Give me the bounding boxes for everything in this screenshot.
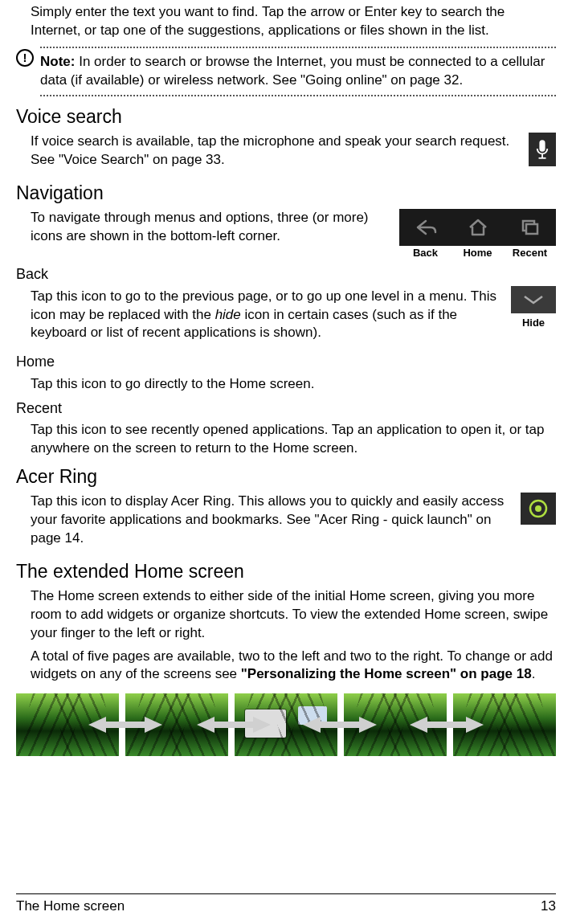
home-screen-thumb bbox=[125, 693, 228, 756]
home-label: Home bbox=[451, 246, 504, 260]
home-text: Tap this icon to go directly to the Home… bbox=[31, 375, 556, 394]
back-icon bbox=[399, 209, 451, 246]
recent-heading: Recent bbox=[16, 399, 556, 418]
recent-icon bbox=[504, 209, 556, 246]
back-label: Back bbox=[399, 246, 451, 260]
note-label: Note: bbox=[40, 54, 75, 69]
nav-bar-figure: Back Home Recent bbox=[399, 209, 556, 260]
recent-label: Recent bbox=[504, 246, 556, 260]
acer-ring-icon bbox=[521, 493, 556, 525]
footer-title: The Home screen bbox=[16, 897, 125, 916]
hide-icon bbox=[511, 286, 556, 313]
acer-ring-text: Tap this icon to display Acer Ring. This… bbox=[31, 493, 512, 548]
hide-figure: Hide bbox=[511, 286, 556, 330]
alert-icon: ! bbox=[16, 49, 34, 67]
navigation-heading: Navigation bbox=[16, 181, 556, 206]
home-screen-thumb bbox=[344, 693, 447, 756]
extended-p1: The Home screen extends to either side o… bbox=[31, 587, 556, 643]
voice-search-heading: Voice search bbox=[16, 104, 556, 129]
voice-search-text: If voice search is available, tap the mi… bbox=[31, 133, 556, 170]
navigation-intro: To navigate through menus and options, t… bbox=[31, 209, 387, 246]
home-screen-thumb-center bbox=[235, 693, 337, 756]
footer-page: 13 bbox=[541, 897, 556, 916]
home-screen-thumb bbox=[453, 693, 556, 756]
extended-heading: The extended Home screen bbox=[16, 559, 556, 584]
svg-point-6 bbox=[535, 505, 541, 512]
acer-ring-heading: Acer Ring bbox=[16, 464, 556, 489]
svg-rect-0 bbox=[539, 140, 545, 151]
page-footer: The Home screen 13 bbox=[16, 893, 556, 916]
recent-text: Tap this icon to see recently opened app… bbox=[31, 421, 556, 458]
note-content: Note: In order to search or browse the I… bbox=[40, 47, 556, 96]
microphone-icon bbox=[529, 133, 556, 166]
intro-text: Simply enter the text you want to find. … bbox=[31, 3, 556, 40]
home-screen-thumb bbox=[16, 693, 119, 756]
back-heading: Back bbox=[16, 264, 556, 284]
extended-screens-figure bbox=[16, 693, 556, 756]
home-icon bbox=[451, 209, 504, 246]
extended-p2: A total of five pages are available, two… bbox=[31, 648, 556, 685]
back-text: Tap this icon to go to the previous page… bbox=[31, 288, 500, 343]
svg-rect-4 bbox=[526, 224, 537, 234]
hide-label: Hide bbox=[511, 316, 556, 330]
note-block: ! Note: In order to search or browse the… bbox=[16, 47, 556, 96]
note-text: In order to search or browse the Interne… bbox=[40, 54, 545, 88]
home-heading: Home bbox=[16, 352, 556, 371]
